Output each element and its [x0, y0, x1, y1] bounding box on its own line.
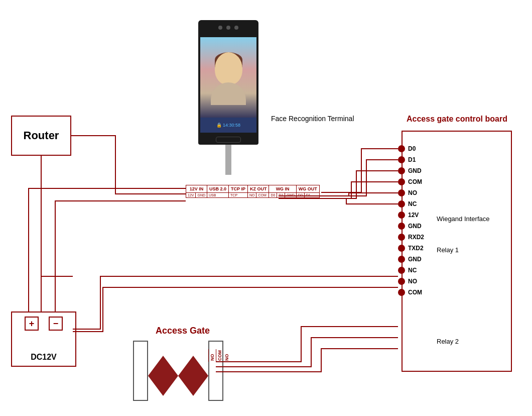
pin-label-12v: 12V	[408, 212, 428, 219]
board-pin-row-com2: COM	[398, 287, 428, 298]
board-pin-row-nc2: NC	[398, 265, 428, 276]
pin-tcp: TCP	[229, 193, 239, 197]
router-label: Router	[24, 129, 59, 142]
pin-dot-gnd2	[398, 223, 405, 230]
access-gate-label: Access Gate	[156, 326, 210, 336]
lock-icon: 🔒	[216, 123, 222, 128]
pin-label-com2: COM	[408, 289, 428, 296]
terminal-camera-dot	[218, 26, 222, 30]
relay2-label: Relay 2	[437, 338, 459, 345]
connector-wgin-pins: D0 D1 GND	[269, 193, 296, 197]
pin-dot-gnd1	[398, 167, 405, 174]
pin-label-nc1: NC	[408, 200, 428, 207]
board-pin-row-com1: COM	[398, 176, 428, 187]
connector-wgout-label: WG OUT	[297, 185, 319, 193]
battery-terminals: + −	[12, 317, 75, 331]
terminal-time-display: 🔒 14:30:58	[216, 123, 240, 128]
board-pin-row-d1: D1	[398, 154, 428, 165]
pin-dot-com1	[398, 178, 405, 185]
connector-group-kzout: KZ OUT NO COM	[248, 185, 270, 197]
pin-gnd-wgin: GND	[285, 193, 296, 197]
pin-usb: USB	[207, 193, 217, 197]
board-pin-row-no2: NO	[398, 276, 428, 287]
board-pin-row-rxd2: RXD2	[398, 232, 428, 243]
connector-group-wgout: WG OUT D0 D1	[297, 185, 319, 197]
terminal-mic-dot	[234, 26, 238, 30]
terminal-time: 14:30:58	[223, 123, 240, 128]
gate-no2-label: NO	[223, 349, 230, 362]
pin-d0-out: D0	[297, 193, 305, 197]
board-pin-row-gnd3: GND	[398, 254, 428, 265]
connector-block: 12V IN 12V GND USB 2.0 USB TCP IP TCP KZ…	[186, 185, 320, 198]
connector-group-tcp: TCP IP TCP	[229, 185, 248, 197]
terminal-base	[198, 135, 258, 145]
relay1-label: Relay 1	[437, 246, 459, 254]
pin-dot-no2	[398, 278, 405, 285]
battery-plus-terminal: +	[25, 317, 39, 331]
face-recognition-terminal: 🔒 14:30:58	[191, 20, 266, 175]
connector-tcp-pins: TCP	[229, 193, 247, 197]
gate-no-label: NO	[208, 349, 216, 362]
pin-d1-out: D1	[305, 193, 312, 197]
terminal-screen-frame: 🔒 14:30:58	[198, 35, 258, 135]
connector-usb-label: USB 2.0	[207, 185, 228, 193]
pin-label-txd2: TXD2	[408, 245, 428, 252]
pin-label-nc2: NC	[408, 267, 428, 274]
connector-kzout-label: KZ OUT	[248, 185, 269, 193]
pin-label-d0: D0	[408, 145, 428, 152]
pin-dot-d0	[398, 145, 405, 152]
pin-12v: 12V	[186, 193, 196, 197]
terminal-screen	[200, 37, 256, 118]
pin-label-gnd2: GND	[408, 223, 428, 230]
board-pin-row-gnd2: GND	[398, 221, 428, 232]
pin-label-d1: D1	[408, 156, 428, 163]
pin-label-gnd3: GND	[408, 256, 428, 263]
terminal-head	[198, 20, 258, 35]
router-box: Router	[11, 116, 71, 156]
board-pins: D0 D1 GND COM NO NC 12V GND RXD2 TXD2 GN…	[398, 143, 428, 298]
pin-dot-rxd2	[398, 234, 405, 241]
pin-no-kz: NO	[248, 193, 257, 197]
terminal-bottom-bar: 🔒 14:30:58	[200, 118, 256, 133]
pin-dot-no1	[398, 189, 405, 196]
connector-group-12v: 12V IN 12V GND	[186, 185, 207, 197]
pin-dot-d1	[398, 156, 405, 163]
pin-dot-gnd3	[398, 256, 405, 263]
pin-dot-12v	[398, 212, 405, 219]
board-pin-row-txd2: TXD2	[398, 243, 428, 254]
pin-label-com1: COM	[408, 178, 428, 185]
pin-d1-in: D1	[277, 193, 285, 197]
terminal-face-display	[200, 37, 256, 118]
pin-dot-com2	[398, 289, 405, 296]
battery-minus-terminal: −	[49, 317, 63, 331]
connector-group-usb: USB 2.0 USB	[207, 185, 229, 197]
face-silhouette	[211, 50, 246, 105]
connector-12v-label: 12V IN	[186, 185, 207, 193]
connector-wgin-label: WG IN	[269, 185, 296, 193]
face-head	[215, 52, 242, 85]
face-body	[211, 82, 246, 105]
connector-kzout-pins: NO COM	[248, 193, 269, 197]
board-pin-row-12v: 12V	[398, 210, 428, 221]
gate-wing-right	[178, 356, 208, 396]
board-pin-row-d0: D0	[398, 143, 428, 154]
terminal-pole	[225, 145, 231, 175]
connector-group-wgin: WG IN D0 D1 GND	[269, 185, 296, 197]
connector-wgout-pins: D0 D1	[297, 193, 319, 197]
terminal-sensor-dot	[226, 26, 230, 30]
pin-dot-txd2	[398, 245, 405, 252]
gate-wing-left	[148, 356, 178, 396]
pin-d0-in: D0	[269, 193, 277, 197]
board-pin-row-gnd1: GND	[398, 165, 428, 176]
terminal-card-reader	[216, 137, 241, 143]
pin-dot-nc2	[398, 267, 405, 274]
battery-box: + − DC12V	[11, 311, 76, 367]
pin-dot-nc1	[398, 200, 405, 207]
terminal-label: Face Recognition Terminal	[271, 115, 354, 123]
connector-tcp-label: TCP IP	[229, 185, 247, 193]
gate-post-left	[133, 341, 148, 401]
control-board-title: Access gate control board	[407, 115, 507, 124]
connector-12v-pins: 12V GND	[186, 193, 207, 197]
pin-label-rxd2: RXD2	[408, 234, 428, 241]
gate-connector-labels: NO COM NO	[208, 349, 230, 362]
